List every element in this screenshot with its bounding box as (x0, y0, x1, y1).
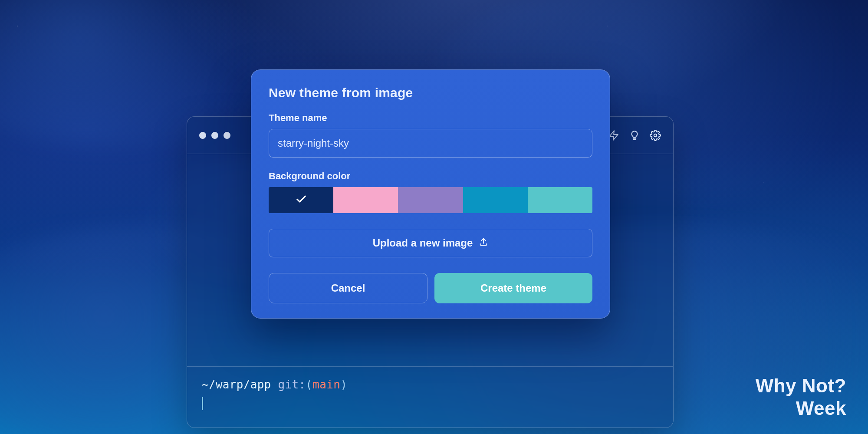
prompt-git: git: (278, 378, 306, 391)
modal-title: New theme from image (269, 85, 592, 100)
modal-actions: Cancel Create theme (269, 273, 592, 303)
prompt-path: ~/warp/app (202, 378, 278, 391)
prompt-line: ~/warp/app git:(main) (202, 378, 658, 391)
window-traffic-lights[interactable] (199, 132, 230, 139)
check-icon (295, 193, 307, 207)
prompt-paren-open: ( (306, 378, 312, 391)
color-swatch[interactable] (333, 187, 398, 213)
prompt-area[interactable]: ~/warp/app git:(main) (187, 366, 673, 427)
svg-marker-0 (609, 131, 618, 140)
color-swatch[interactable] (528, 187, 592, 213)
create-theme-button[interactable]: Create theme (434, 273, 592, 303)
prompt-paren-close: ) (340, 378, 347, 391)
upload-label: Upload a new image (373, 237, 473, 249)
upload-icon (479, 237, 488, 249)
branding-line: Week (756, 398, 846, 419)
branding: Why Not? Week (756, 375, 846, 419)
window-dot[interactable] (199, 132, 206, 139)
color-swatch[interactable] (463, 187, 528, 213)
color-swatch[interactable] (398, 187, 463, 213)
titlebar-actions (608, 130, 661, 141)
upload-image-button[interactable]: Upload a new image (269, 229, 592, 257)
svg-point-1 (654, 134, 657, 137)
cancel-button[interactable]: Cancel (269, 273, 427, 303)
background-color-label: Background color (269, 171, 592, 182)
color-swatch[interactable] (269, 187, 333, 213)
stage: ~/warp/app git:(main) New theme from ima… (0, 0, 868, 434)
new-theme-modal: New theme from image Theme name Backgrou… (251, 69, 610, 319)
window-dot[interactable] (211, 132, 218, 139)
prompt-branch: main (312, 378, 340, 391)
gear-icon[interactable] (650, 130, 661, 141)
theme-name-label: Theme name (269, 112, 592, 124)
background-color-swatches (269, 187, 592, 213)
theme-name-input[interactable] (269, 129, 592, 158)
lightbulb-icon[interactable] (629, 130, 640, 141)
branding-line: Why Not? (756, 375, 846, 397)
window-dot[interactable] (224, 132, 230, 139)
cursor-icon (202, 397, 203, 410)
